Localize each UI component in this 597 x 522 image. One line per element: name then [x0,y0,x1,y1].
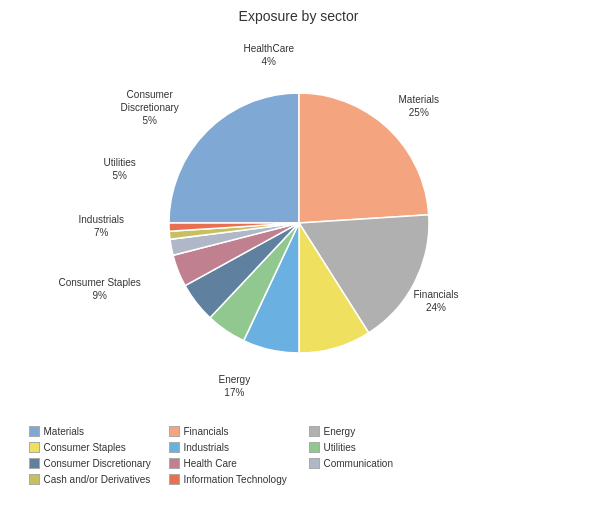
legend-label: Industrials [184,442,230,453]
legend-label: Energy [324,426,356,437]
legend-item: Financials [169,426,309,437]
sector-label-industrials: Industrials 7% [79,213,125,239]
legend-swatch [169,458,180,469]
sector-label-consumer-staples: Consumer Staples 9% [59,276,141,302]
legend-label: Information Technology [184,474,287,485]
legend-item: Information Technology [169,474,309,485]
legend-swatch [29,442,40,453]
legend-area: MaterialsFinancialsEnergyConsumer Staple… [19,422,579,492]
sector-label-energy: Energy 17% [219,373,251,399]
legend-item: Consumer Staples [29,442,169,453]
legend-label: Materials [44,426,85,437]
legend-item: Consumer Discretionary [29,458,169,469]
legend-item: Cash and/or Derivatives [29,474,169,485]
sector-label-financials: Financials 24% [414,288,459,314]
legend-label: Health Care [184,458,237,469]
sector-label-materials: Materials 25% [399,93,440,119]
legend-swatch [169,442,180,453]
sector-label-utilities: Utilities 5% [104,156,136,182]
legend-swatch [309,458,320,469]
legend-swatch [309,426,320,437]
pie-area: Materials 25%Financials 24%Energy 17%Con… [59,28,539,418]
legend-item: Health Care [169,458,309,469]
legend-label: Utilities [324,442,356,453]
legend-item: Utilities [309,442,449,453]
legend-swatch [29,458,40,469]
legend-swatch [29,474,40,485]
legend-swatch [169,426,180,437]
legend-swatch [29,426,40,437]
legend-label: Consumer Discretionary [44,458,151,469]
legend-item: Materials [29,426,169,437]
legend-item: Communication [309,458,449,469]
legend-item: Industrials [169,442,309,453]
legend-label: Cash and/or Derivatives [44,474,151,485]
legend-swatch [169,474,180,485]
sector-label-consumer-discretionary: Consumer Discretionary 5% [121,88,179,127]
legend-label: Financials [184,426,229,437]
legend-swatch [309,442,320,453]
legend-item: Energy [309,426,449,437]
sector-label-healthcare: HealthCare 4% [244,42,295,68]
chart-container: Exposure by sector Materials 25%Financia… [0,0,597,522]
chart-title: Exposure by sector [239,8,359,24]
legend-label: Communication [324,458,393,469]
legend-label: Consumer Staples [44,442,126,453]
